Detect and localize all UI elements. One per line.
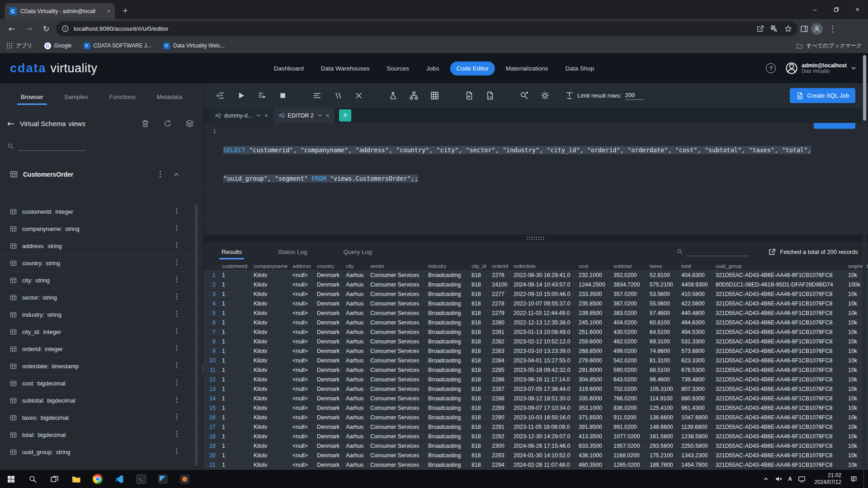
field-row[interactable]: costbigdecimal bbox=[0, 375, 203, 392]
results-search-input[interactable] bbox=[686, 247, 749, 256]
tab-close-icon[interactable]: × bbox=[264, 112, 268, 119]
field-row[interactable]: customeridinteger bbox=[0, 203, 203, 221]
bookmark-star-icon[interactable] bbox=[784, 25, 792, 33]
find-replace-icon[interactable] bbox=[519, 91, 529, 101]
table-row[interactable]: 7 1 Kilotv <null> Denmark Aarhus Consume… bbox=[203, 328, 868, 337]
collapse-chevron-icon[interactable] bbox=[173, 171, 179, 178]
browser-tab[interactable]: C CData Virtuality - admin@locall × bbox=[5, 3, 115, 19]
field-kebab-menu-icon[interactable] bbox=[176, 396, 193, 405]
app-scrollbar[interactable] bbox=[863, 55, 867, 468]
window-close-button[interactable]: × bbox=[847, 0, 868, 19]
table-row[interactable]: 18 1 Kilotv <null> Denmark Aarhus Consum… bbox=[203, 432, 868, 441]
tab-chevron-icon[interactable] bbox=[256, 113, 261, 118]
table-row[interactable]: 6 1 Kilotv <null> Denmark Aarhus Consume… bbox=[203, 318, 868, 328]
profile-avatar-icon[interactable] bbox=[811, 23, 823, 35]
tab-chevron-icon[interactable] bbox=[317, 113, 322, 118]
field-kebab-menu-icon[interactable] bbox=[176, 207, 193, 216]
refresh-icon[interactable] bbox=[163, 119, 172, 128]
tab-browser[interactable]: Browser bbox=[20, 89, 44, 105]
field-row[interactable]: orderdatetimestamp bbox=[0, 358, 203, 375]
table-row[interactable]: 16 1 Kilotv <null> Denmark Aarhus Consum… bbox=[203, 413, 868, 422]
field-row[interactable]: subtotalbigdecimal bbox=[0, 392, 203, 409]
limit-rows-input[interactable] bbox=[625, 92, 644, 100]
volume-muted-icon[interactable] bbox=[775, 475, 782, 483]
file-explorer-button[interactable] bbox=[65, 470, 87, 488]
field-row[interactable]: industrystring bbox=[0, 306, 203, 324]
field-kebab-menu-icon[interactable] bbox=[176, 328, 193, 336]
action-center-icon[interactable] bbox=[850, 475, 858, 483]
back-arrow-icon[interactable]: ← bbox=[7, 118, 14, 128]
field-row[interactable]: orderidinteger bbox=[0, 341, 203, 358]
table-row[interactable]: 17 1 Kilotv <null> Denmark Aarhus Consum… bbox=[203, 422, 868, 432]
field-kebab-menu-icon[interactable] bbox=[176, 431, 193, 439]
table-row[interactable]: 11 1 Kilotv <null> Denmark Aarhus Consum… bbox=[203, 366, 868, 375]
sidebar-scrollbar[interactable] bbox=[195, 204, 198, 466]
field-kebab-menu-icon[interactable] bbox=[176, 379, 193, 388]
table-row[interactable]: 15 1 Kilotv <null> Denmark Aarhus Consum… bbox=[203, 404, 868, 413]
help-icon[interactable]: ? bbox=[766, 63, 776, 73]
nav-dashboard[interactable]: Dashboard bbox=[268, 61, 310, 75]
table-node-customersorder[interactable]: CustomersOrder bbox=[0, 164, 203, 185]
show-desktop-button[interactable] bbox=[863, 470, 865, 488]
sql-code-editor[interactable]: 1 SELECT "customerid", "companyname", "a… bbox=[203, 123, 868, 235]
field-kebab-menu-icon[interactable] bbox=[176, 310, 193, 319]
window-restore-button[interactable] bbox=[826, 0, 847, 19]
tab-query-log[interactable]: Query Log bbox=[326, 242, 390, 262]
align-left-icon[interactable] bbox=[312, 91, 322, 101]
menu-kebab-icon[interactable]: ⋮ bbox=[826, 22, 840, 36]
open-in-new-icon[interactable] bbox=[756, 25, 764, 33]
sidebar-search-input[interactable] bbox=[18, 141, 85, 151]
site-info-icon[interactable] bbox=[61, 25, 69, 33]
export-csv-icon[interactable]: CSV bbox=[485, 91, 495, 101]
tab-close-icon[interactable]: × bbox=[326, 112, 330, 119]
editor-tab-editor2[interactable]: ≡Q EDITOR 2 × bbox=[274, 108, 335, 123]
scrollbar-thumb[interactable] bbox=[863, 55, 866, 121]
chrome-button[interactable] bbox=[87, 470, 108, 488]
kebab-menu-icon[interactable] bbox=[159, 170, 161, 178]
url-text[interactable]: localhost:8080/account/#/u/0/editor bbox=[74, 25, 752, 32]
delete-icon[interactable] bbox=[141, 119, 150, 128]
sql-text[interactable]: SELECT "customerid", "companyname", "add… bbox=[223, 127, 868, 202]
layers-icon[interactable] bbox=[185, 119, 194, 128]
field-row[interactable]: addressstring bbox=[0, 238, 203, 255]
field-row[interactable]: city_idinteger bbox=[0, 324, 203, 341]
bookmark-google[interactable]: G Google bbox=[44, 42, 72, 49]
tab-functions[interactable]: Functions bbox=[108, 89, 137, 105]
tab-metadata[interactable]: Metadata bbox=[156, 89, 183, 105]
reload-icon[interactable]: ↻ bbox=[39, 22, 53, 36]
table-row[interactable]: 4 1 Kilotv <null> Denmark Aarhus Consume… bbox=[203, 299, 868, 309]
table-row[interactable]: 5 1 Kilotv <null> Denmark Aarhus Consume… bbox=[203, 309, 868, 318]
chevron-down-icon[interactable] bbox=[851, 66, 856, 71]
user-menu[interactable]: admin@localhost Data Virtuality bbox=[786, 62, 856, 74]
table-row[interactable]: 8 1 Kilotv <null> Denmark Aarhus Consume… bbox=[203, 337, 868, 347]
new-tab-button[interactable]: + bbox=[118, 4, 132, 18]
field-kebab-menu-icon[interactable] bbox=[176, 293, 193, 302]
field-row[interactable]: totalbigdecimal bbox=[0, 427, 203, 444]
tab-results[interactable]: Results bbox=[203, 242, 260, 262]
bookmark-data-virtuality[interactable]: C Data Virtuality Welc... bbox=[163, 42, 225, 49]
clear-editor-icon[interactable] bbox=[354, 91, 363, 101]
vscode-button[interactable] bbox=[108, 470, 130, 488]
window-minimize-button[interactable]: – bbox=[804, 0, 826, 19]
format-sql-icon[interactable] bbox=[215, 91, 225, 101]
app-button-2[interactable] bbox=[174, 470, 195, 488]
tab-close-icon[interactable]: × bbox=[107, 8, 110, 14]
field-row[interactable]: citystring bbox=[0, 272, 203, 289]
tab-status-log[interactable]: Status Log bbox=[260, 242, 326, 262]
nav-data-warehouses[interactable]: Data Warehouses bbox=[315, 61, 376, 75]
table-row[interactable]: 1 1 Kilotv <null> Denmark Aarhus Consume… bbox=[203, 271, 868, 280]
table-row[interactable]: 3 1 Kilotv <null> Denmark Aarhus Consume… bbox=[203, 290, 868, 299]
taskbar-clock[interactable]: 21:02 2024/07/12 bbox=[814, 472, 841, 486]
nav-code-editor[interactable]: Code Editor bbox=[450, 61, 495, 75]
open-external-icon[interactable] bbox=[768, 248, 776, 256]
app-button-1[interactable] bbox=[152, 470, 174, 488]
forward-icon[interactable]: → bbox=[22, 22, 36, 36]
search-button[interactable] bbox=[22, 470, 43, 488]
run-script-icon[interactable] bbox=[257, 91, 267, 101]
comment-icon[interactable] bbox=[333, 91, 343, 101]
run-icon[interactable] bbox=[236, 91, 246, 101]
task-view-button[interactable] bbox=[43, 470, 65, 488]
new-editor-tab-button[interactable]: + bbox=[339, 109, 351, 122]
stop-icon[interactable] bbox=[278, 91, 288, 101]
all-bookmarks-button[interactable]: すべてのブックマーク bbox=[796, 42, 862, 50]
